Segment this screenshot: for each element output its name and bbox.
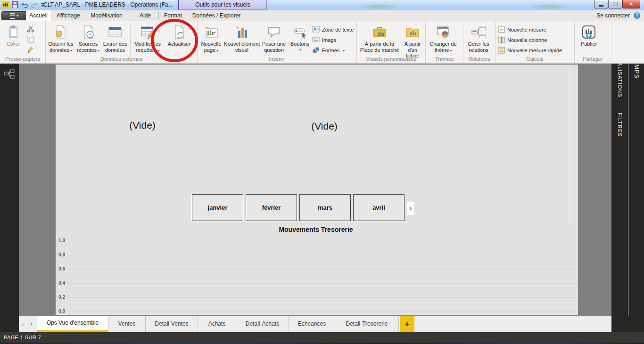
dropdown-caret-icon: ▾ (343, 49, 345, 53)
visual-from-file-button[interactable]: À partir d'un fichier (401, 21, 424, 59)
file-menu-icon (10, 13, 15, 19)
collapsed-pane-visualizations[interactable]: VISUALISATIONS FILTRES (611, 64, 628, 316)
publish-button[interactable]: Publier (576, 21, 602, 47)
page-tab-detail-ventes[interactable]: Detail-Ventes (146, 316, 198, 332)
text-box-button[interactable]: Zone de texte (312, 25, 355, 35)
close-icon: × (629, 1, 633, 8)
refresh-label: Actualiser (168, 41, 190, 47)
gridline (67, 283, 578, 284)
page-tab-detail-tresorerie[interactable]: Detail-Tresorerie (335, 316, 399, 332)
file-menu-button[interactable]: ▾ (1, 11, 27, 20)
switch-theme-button[interactable]: Changer de thème▾ (427, 21, 459, 54)
tab-modelisation[interactable]: Modélisation (86, 10, 127, 21)
dropdown-caret-icon: ▾ (299, 47, 301, 53)
visualizations-pane-title: VISUALISATIONS (617, 64, 623, 98)
format-painter-button[interactable] (25, 45, 36, 54)
marketplace-visuals-button[interactable]: À partir de la Place de marché (358, 21, 401, 53)
refresh-icon (172, 24, 187, 41)
get-data-label: Obtenir les données (48, 41, 73, 53)
ribbon-group-share: Publier Partager (575, 21, 611, 63)
get-data-button[interactable]: Obtenir les données▾ (47, 21, 74, 54)
ribbon-group-clipboard: Coller Presse-papiers (0, 21, 46, 63)
group-label-external-data: Données externes (46, 56, 197, 62)
page-nav-back-button[interactable]: ‹ (22, 316, 24, 332)
maximize-icon (613, 2, 618, 6)
new-page-button[interactable]: Nouvelle page▾ (199, 21, 223, 54)
slicer-button-avril[interactable]: avril (353, 194, 405, 221)
recent-sources-button[interactable]: Sources récentes▾ (74, 21, 102, 54)
tab-affichage[interactable]: Affichage (53, 10, 84, 21)
paste-label: Coller (7, 41, 20, 47)
sign-in-link[interactable]: Se connecter (596, 10, 630, 21)
ribbon-group-themes: Changer de thème▾ Thèmes (426, 21, 463, 63)
tab-aide[interactable]: Aide (135, 10, 156, 21)
manage-relationships-button[interactable]: Gérer les relations (465, 21, 492, 53)
brush-icon (27, 46, 34, 53)
chart-visual[interactable]: Mouvements Tresorerie 1,0 0,8 0,6 0,4 0,… (56, 225, 578, 315)
page-tab-echeances[interactable]: Echeances (289, 316, 335, 332)
collapsed-pane-fields[interactable]: CHAMPS (628, 64, 644, 316)
edit-queries-icon (140, 24, 155, 41)
card-visual[interactable]: (Vide) (116, 120, 168, 131)
contextual-tab-visual-tools[interactable]: Outils pour les visuels (178, 0, 267, 10)
add-page-button[interactable]: + (400, 316, 414, 332)
new-measure-button[interactable]: Nouvelle mesure (497, 25, 562, 35)
edit-queries-button[interactable]: Modifier les requêtes▾ (132, 21, 163, 54)
empty-visual-placeholder[interactable] (417, 67, 570, 224)
tab-format[interactable]: Format (161, 10, 185, 21)
tab-donnees-explorer[interactable]: Données / Explorer (189, 10, 244, 21)
slicer-scroll-right-button[interactable]: › (407, 202, 414, 215)
minimize-icon (599, 5, 603, 7)
y-axis-tick: 0,6 (56, 266, 65, 271)
quick-measure-button[interactable]: Nouvelle mesure rapide (497, 45, 562, 56)
redo-button[interactable] (31, 1, 38, 8)
new-column-button[interactable]: Nouvelle colonne (497, 35, 562, 45)
tab-accueil[interactable]: Accueil (26, 10, 51, 21)
page-tab-bar: ‹ › Ops Vue d'ensemble Ventes Detail-Ven… (0, 316, 644, 332)
minimize-button[interactable] (594, 0, 608, 8)
powerbi-logo-icon (2, 1, 9, 8)
publish-label: Publier (581, 41, 597, 47)
switch-theme-label: Changer de thème (429, 41, 457, 53)
paste-button[interactable]: Coller (1, 21, 25, 47)
slicer-button-mars[interactable]: mars (299, 194, 351, 221)
page-tab-detail-achats[interactable]: Detail-Achats (236, 316, 289, 332)
ribbon-tab-row: ▾ Accueil Affichage Modélisation Aide Fo… (0, 10, 644, 21)
new-visual-button[interactable]: Nouvel élément visuel (223, 21, 260, 53)
slicer-button-fevrier[interactable]: février (246, 194, 297, 221)
close-button[interactable]: × (622, 0, 640, 8)
refresh-button[interactable]: Actualiser (163, 21, 196, 47)
image-button[interactable]: Image (312, 35, 355, 45)
maximize-button[interactable] (608, 0, 622, 8)
copy-button[interactable] (25, 34, 36, 44)
buttons-label: Boutons (290, 41, 309, 47)
enter-data-button[interactable]: Entrer des données (102, 21, 128, 53)
report-canvas[interactable]: (Vide) (Vide) janvier février mars avril… (56, 65, 578, 315)
page-tab-ops-vue-densemble[interactable]: Ops Vue d'ensemble (37, 316, 108, 332)
page-tab-achats[interactable]: Achats (198, 316, 236, 332)
table-icon (107, 24, 123, 41)
file-menu-caret-icon: ▾ (17, 14, 18, 18)
new-measure-icon (497, 25, 505, 34)
undo-button[interactable] (21, 1, 28, 8)
dropdown-caret-icon: ▾ (216, 49, 218, 53)
help-icon[interactable]: ? (634, 12, 640, 19)
new-measure-label: Nouvelle mesure (507, 27, 546, 33)
recent-sources-icon (81, 24, 96, 41)
slicer-button-janvier[interactable]: janvier (192, 194, 243, 221)
save-button[interactable] (12, 1, 18, 8)
publish-icon (581, 24, 596, 41)
page-indicator: PAGE 1 SUR 7 (4, 332, 41, 343)
buttons-button[interactable]: Boutons ▾ (288, 21, 312, 53)
card-visual[interactable]: (Vide) (298, 121, 350, 132)
dropdown-caret-icon: ▾ (70, 49, 72, 53)
shapes-button[interactable]: Formes ▾ (312, 45, 355, 56)
model-view-button[interactable] (4, 69, 15, 81)
window-title: CLT AP_SARL - PME LEADERS - Operations (… (43, 1, 173, 8)
ask-question-button[interactable]: Poser une question (260, 21, 288, 53)
cut-button[interactable] (25, 24, 36, 33)
new-column-label: Nouvelle colonne (507, 37, 547, 43)
page-nav-forward-button[interactable]: › (30, 316, 33, 332)
page-tab-ventes[interactable]: Ventes (108, 316, 146, 332)
y-axis-tick: 1,0 (56, 238, 65, 243)
